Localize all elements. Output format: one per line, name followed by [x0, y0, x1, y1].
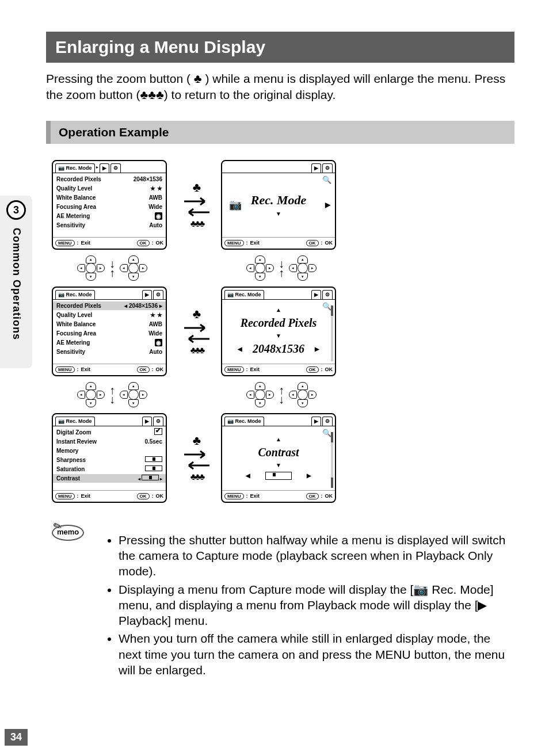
menu-row-label: Contrast	[56, 475, 80, 482]
memo-item: When you turn off the camera while still…	[119, 631, 514, 678]
memo-label: memo	[57, 528, 79, 536]
camera-icon: 📷	[229, 198, 242, 211]
down-triangle-icon: ▼	[276, 333, 281, 339]
menu-row: AE Metering◉	[56, 338, 162, 347]
menu-row: Sharpness	[56, 456, 162, 464]
screen-rec-mode-enlarged: ▶ ⚙ 🔍 📷 Rec. Mode ▼ ▶ MENU:Exit OK:OK	[221, 160, 336, 250]
tree-icon: ♣	[194, 72, 202, 85]
tab-playback: ▶	[142, 290, 152, 299]
tab-arrow-icon: ▸	[96, 165, 98, 170]
menu-badge: MENU	[55, 240, 75, 246]
enlarged-value: 2048x1536	[253, 342, 304, 356]
camera-icon: 📷	[227, 292, 234, 297]
right-triangle-icon: ▶	[325, 201, 330, 209]
magnifier-icon: 🔍	[322, 429, 331, 437]
screen-contrast-enlarged: 📷 Rec. Mode ▶⚙ 🔍 ▲ Contrast ▼ ◀ ▶ MENU:E…	[221, 413, 336, 503]
dpad-nav-1-right: ▴▾◂▸ ↓↑ ▴▾◂▸	[221, 253, 342, 283]
menu-row-label: Focusing Area	[56, 330, 96, 337]
up-arrow-icon: ↑	[109, 268, 115, 277]
intro-text-a: Pressing the zoom button (	[46, 72, 194, 85]
menu-row: Focusing AreaWide	[56, 329, 162, 338]
chapter-side-tab: 3 Common Operations	[0, 196, 32, 368]
trees-icon: ♣♣♣	[140, 88, 163, 101]
magnifier-icon: 🔍	[322, 302, 331, 311]
menu-row-value: 2048×1536	[134, 176, 162, 182]
slider-icon	[265, 472, 292, 480]
menu-row-value: AWB	[149, 321, 162, 327]
tab-setup: ⚙	[110, 163, 121, 173]
menu-row: Saturation	[56, 465, 162, 474]
intro-text-c: ) to return to the original display.	[164, 88, 336, 101]
memo-item: Pressing the shutter button halfway whil…	[119, 532, 514, 579]
footer-ok: OK	[156, 240, 164, 246]
menu-row-value: ◉	[155, 213, 162, 219]
down-triangle-icon: ▼	[276, 463, 281, 468]
menu-row-label: Recorded Pixels	[56, 176, 101, 182]
menu-row-label: Quality Level	[56, 312, 92, 318]
menu-row: White BalanceAWB	[56, 193, 162, 202]
screen-recorded-pixels-normal: 📷 Rec. Mode ▶ ⚙ Recorded Pixels◂ 2048×15…	[52, 287, 167, 376]
menu-row-label: White Balance	[56, 194, 96, 201]
menu-row-value: ★ ★	[150, 185, 162, 192]
menu-row-value	[154, 428, 162, 436]
trees-icon: ♣♣♣	[190, 219, 204, 229]
left-triangle-icon: ◀	[238, 346, 242, 352]
tab-playback: ▶	[100, 163, 109, 173]
tab-setup: ⚙	[322, 163, 333, 173]
menu-row-label: Sensitivity	[56, 349, 85, 355]
menu-row-label: AE Metering	[56, 213, 90, 219]
dpad-nav-2-right: ▴▾◂▸ ↑↓ ▴▾◂▸	[221, 380, 342, 410]
memo-item: Displaying a menu from Capture mode will…	[119, 582, 514, 629]
dpad-nav-2-left: ▴▾◂▸ ↑↓ ▴▾◂▸	[52, 380, 173, 410]
metering-icon: ◉	[155, 339, 162, 346]
slider-icon	[145, 456, 162, 462]
tab-rec: 📷 Rec. Mode	[55, 163, 95, 173]
tab-setup: ⚙	[153, 290, 163, 299]
tab-playback: ▶	[311, 163, 321, 173]
metering-icon: ◉	[155, 212, 162, 220]
camera-icon: 📷	[58, 292, 64, 297]
magnifier-icon: 🔍	[322, 175, 331, 184]
menu-row-label: Digital Zoom	[56, 429, 92, 436]
camera-icon: 📷	[58, 418, 64, 424]
menu-row: Contrast◂ ▸	[53, 474, 166, 483]
memo-list: Pressing the shutter button halfway whil…	[96, 532, 514, 681]
menu-row-value: Wide	[148, 330, 162, 337]
menu-row-label: Recorded Pixels	[56, 303, 101, 309]
page: 3 Common Operations Enlarging a Menu Dis…	[0, 0, 549, 756]
intro-paragraph: Pressing the zoom button ( ♣ ) while a m…	[46, 71, 514, 104]
example-grid: 📷 Rec. Mode ▸ ▶ ⚙ Recorded Pixels2048×15…	[52, 160, 514, 503]
checkbox-icon	[154, 428, 162, 435]
menu-row-label: White Balance	[56, 321, 96, 327]
menu-row-value	[145, 465, 162, 472]
menu-row-value: Wide	[148, 204, 162, 210]
screen-recorded-pixels-enlarged: 📷 Rec. Mode ▶⚙ 🔍 ▲ Recorded Pixels ▼ ◀ 2…	[221, 287, 336, 376]
menu-row: AE Metering◉	[56, 212, 162, 220]
scrollbar-indicator	[331, 432, 333, 488]
right-triangle-icon: ▶	[315, 346, 319, 352]
menu-row-value: AWB	[149, 194, 162, 201]
menu-row-value: Auto	[149, 349, 162, 355]
dpad-nav-1-left: ▴▾◂▸ ↓↑ ▴▾◂▸	[52, 253, 173, 283]
menu-row: Focusing AreaWide	[56, 203, 162, 211]
menu-row: Quality Level★ ★	[56, 311, 162, 319]
subheading: Operation Example	[46, 121, 514, 144]
menu-row: Recorded Pixels◂ 2048×1536 ▸	[53, 301, 166, 310]
dpad-icon: ▴▾◂▸	[79, 257, 102, 280]
menu-row: SensitivityAuto	[56, 221, 162, 230]
menu-row-label: Memory	[56, 448, 78, 454]
zoom-arrows-2: ♣ ♣♣♣	[174, 287, 220, 376]
zoom-arrows-3: ♣ ♣♣♣	[174, 413, 220, 503]
menu-row-value: 0.5sec	[144, 438, 162, 445]
menu-row-label: Sensitivity	[56, 222, 85, 228]
chapter-label: Common Operations	[10, 228, 22, 340]
menu-row-label: Instant Review	[56, 438, 97, 445]
footer-exit: Exit	[81, 240, 91, 246]
menu-row: White BalanceAWB	[56, 320, 162, 329]
menu-row-label: Quality Level	[56, 185, 92, 192]
menu-row-value: Auto	[149, 222, 162, 228]
menu-row-label: Saturation	[56, 466, 85, 472]
scrollbar-indicator	[331, 306, 333, 361]
menu-row-value: ★ ★	[150, 312, 162, 318]
slider-icon	[142, 475, 159, 480]
